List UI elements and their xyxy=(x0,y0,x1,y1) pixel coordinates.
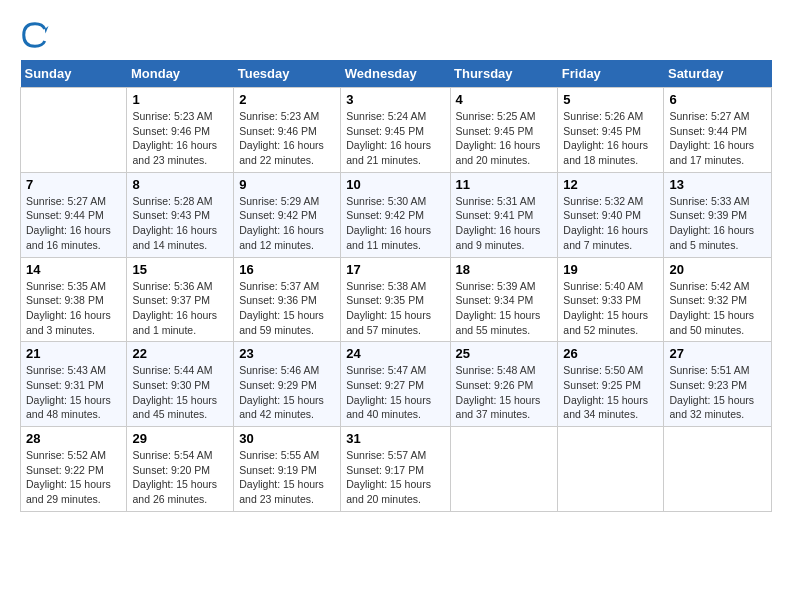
day-info: Sunrise: 5:55 AM Sunset: 9:19 PM Dayligh… xyxy=(239,448,335,507)
day-info: Sunrise: 5:47 AM Sunset: 9:27 PM Dayligh… xyxy=(346,363,444,422)
calendar-cell: 15Sunrise: 5:36 AM Sunset: 9:37 PM Dayli… xyxy=(127,257,234,342)
calendar-week-1: 1Sunrise: 5:23 AM Sunset: 9:46 PM Daylig… xyxy=(21,88,772,173)
day-number: 2 xyxy=(239,92,335,107)
calendar-cell: 4Sunrise: 5:25 AM Sunset: 9:45 PM Daylig… xyxy=(450,88,558,173)
day-info: Sunrise: 5:23 AM Sunset: 9:46 PM Dayligh… xyxy=(239,109,335,168)
weekday-header-sunday: Sunday xyxy=(21,60,127,88)
calendar-cell xyxy=(558,427,664,512)
calendar-table: SundayMondayTuesdayWednesdayThursdayFrid… xyxy=(20,60,772,512)
day-info: Sunrise: 5:54 AM Sunset: 9:20 PM Dayligh… xyxy=(132,448,228,507)
calendar-cell: 3Sunrise: 5:24 AM Sunset: 9:45 PM Daylig… xyxy=(341,88,450,173)
day-number: 14 xyxy=(26,262,121,277)
day-info: Sunrise: 5:42 AM Sunset: 9:32 PM Dayligh… xyxy=(669,279,766,338)
day-info: Sunrise: 5:48 AM Sunset: 9:26 PM Dayligh… xyxy=(456,363,553,422)
day-info: Sunrise: 5:36 AM Sunset: 9:37 PM Dayligh… xyxy=(132,279,228,338)
page-header xyxy=(20,20,772,50)
day-info: Sunrise: 5:35 AM Sunset: 9:38 PM Dayligh… xyxy=(26,279,121,338)
weekday-header-monday: Monday xyxy=(127,60,234,88)
day-info: Sunrise: 5:25 AM Sunset: 9:45 PM Dayligh… xyxy=(456,109,553,168)
day-info: Sunrise: 5:51 AM Sunset: 9:23 PM Dayligh… xyxy=(669,363,766,422)
day-number: 7 xyxy=(26,177,121,192)
calendar-cell: 6Sunrise: 5:27 AM Sunset: 9:44 PM Daylig… xyxy=(664,88,772,173)
calendar-cell: 28Sunrise: 5:52 AM Sunset: 9:22 PM Dayli… xyxy=(21,427,127,512)
day-number: 6 xyxy=(669,92,766,107)
day-info: Sunrise: 5:29 AM Sunset: 9:42 PM Dayligh… xyxy=(239,194,335,253)
calendar-cell: 11Sunrise: 5:31 AM Sunset: 9:41 PM Dayli… xyxy=(450,172,558,257)
day-number: 11 xyxy=(456,177,553,192)
day-number: 12 xyxy=(563,177,658,192)
calendar-cell: 16Sunrise: 5:37 AM Sunset: 9:36 PM Dayli… xyxy=(234,257,341,342)
day-number: 4 xyxy=(456,92,553,107)
day-number: 30 xyxy=(239,431,335,446)
calendar-cell: 14Sunrise: 5:35 AM Sunset: 9:38 PM Dayli… xyxy=(21,257,127,342)
calendar-cell: 13Sunrise: 5:33 AM Sunset: 9:39 PM Dayli… xyxy=(664,172,772,257)
day-number: 13 xyxy=(669,177,766,192)
day-info: Sunrise: 5:40 AM Sunset: 9:33 PM Dayligh… xyxy=(563,279,658,338)
calendar-cell: 31Sunrise: 5:57 AM Sunset: 9:17 PM Dayli… xyxy=(341,427,450,512)
day-number: 21 xyxy=(26,346,121,361)
weekday-header-wednesday: Wednesday xyxy=(341,60,450,88)
logo xyxy=(20,20,52,50)
calendar-cell: 2Sunrise: 5:23 AM Sunset: 9:46 PM Daylig… xyxy=(234,88,341,173)
day-number: 26 xyxy=(563,346,658,361)
calendar-cell xyxy=(450,427,558,512)
day-info: Sunrise: 5:24 AM Sunset: 9:45 PM Dayligh… xyxy=(346,109,444,168)
day-number: 27 xyxy=(669,346,766,361)
day-info: Sunrise: 5:27 AM Sunset: 9:44 PM Dayligh… xyxy=(669,109,766,168)
calendar-week-4: 21Sunrise: 5:43 AM Sunset: 9:31 PM Dayli… xyxy=(21,342,772,427)
calendar-cell: 21Sunrise: 5:43 AM Sunset: 9:31 PM Dayli… xyxy=(21,342,127,427)
calendar-cell: 27Sunrise: 5:51 AM Sunset: 9:23 PM Dayli… xyxy=(664,342,772,427)
calendar-cell xyxy=(21,88,127,173)
day-number: 29 xyxy=(132,431,228,446)
calendar-cell: 9Sunrise: 5:29 AM Sunset: 9:42 PM Daylig… xyxy=(234,172,341,257)
calendar-cell: 1Sunrise: 5:23 AM Sunset: 9:46 PM Daylig… xyxy=(127,88,234,173)
day-number: 20 xyxy=(669,262,766,277)
day-number: 23 xyxy=(239,346,335,361)
calendar-week-5: 28Sunrise: 5:52 AM Sunset: 9:22 PM Dayli… xyxy=(21,427,772,512)
day-info: Sunrise: 5:43 AM Sunset: 9:31 PM Dayligh… xyxy=(26,363,121,422)
calendar-cell: 8Sunrise: 5:28 AM Sunset: 9:43 PM Daylig… xyxy=(127,172,234,257)
calendar-cell: 26Sunrise: 5:50 AM Sunset: 9:25 PM Dayli… xyxy=(558,342,664,427)
day-number: 28 xyxy=(26,431,121,446)
day-info: Sunrise: 5:28 AM Sunset: 9:43 PM Dayligh… xyxy=(132,194,228,253)
day-number: 9 xyxy=(239,177,335,192)
calendar-cell: 10Sunrise: 5:30 AM Sunset: 9:42 PM Dayli… xyxy=(341,172,450,257)
calendar-cell: 7Sunrise: 5:27 AM Sunset: 9:44 PM Daylig… xyxy=(21,172,127,257)
calendar-cell: 24Sunrise: 5:47 AM Sunset: 9:27 PM Dayli… xyxy=(341,342,450,427)
day-info: Sunrise: 5:57 AM Sunset: 9:17 PM Dayligh… xyxy=(346,448,444,507)
day-info: Sunrise: 5:30 AM Sunset: 9:42 PM Dayligh… xyxy=(346,194,444,253)
day-info: Sunrise: 5:44 AM Sunset: 9:30 PM Dayligh… xyxy=(132,363,228,422)
calendar-week-2: 7Sunrise: 5:27 AM Sunset: 9:44 PM Daylig… xyxy=(21,172,772,257)
day-number: 5 xyxy=(563,92,658,107)
calendar-cell: 25Sunrise: 5:48 AM Sunset: 9:26 PM Dayli… xyxy=(450,342,558,427)
calendar-cell: 12Sunrise: 5:32 AM Sunset: 9:40 PM Dayli… xyxy=(558,172,664,257)
day-number: 19 xyxy=(563,262,658,277)
weekday-header-thursday: Thursday xyxy=(450,60,558,88)
day-number: 24 xyxy=(346,346,444,361)
day-number: 17 xyxy=(346,262,444,277)
day-info: Sunrise: 5:39 AM Sunset: 9:34 PM Dayligh… xyxy=(456,279,553,338)
calendar-cell: 19Sunrise: 5:40 AM Sunset: 9:33 PM Dayli… xyxy=(558,257,664,342)
calendar-cell: 23Sunrise: 5:46 AM Sunset: 9:29 PM Dayli… xyxy=(234,342,341,427)
day-number: 8 xyxy=(132,177,228,192)
calendar-cell xyxy=(664,427,772,512)
day-info: Sunrise: 5:37 AM Sunset: 9:36 PM Dayligh… xyxy=(239,279,335,338)
day-info: Sunrise: 5:23 AM Sunset: 9:46 PM Dayligh… xyxy=(132,109,228,168)
day-number: 22 xyxy=(132,346,228,361)
day-number: 16 xyxy=(239,262,335,277)
day-number: 10 xyxy=(346,177,444,192)
calendar-week-3: 14Sunrise: 5:35 AM Sunset: 9:38 PM Dayli… xyxy=(21,257,772,342)
calendar-cell: 20Sunrise: 5:42 AM Sunset: 9:32 PM Dayli… xyxy=(664,257,772,342)
calendar-cell: 22Sunrise: 5:44 AM Sunset: 9:30 PM Dayli… xyxy=(127,342,234,427)
day-info: Sunrise: 5:31 AM Sunset: 9:41 PM Dayligh… xyxy=(456,194,553,253)
day-number: 15 xyxy=(132,262,228,277)
logo-icon xyxy=(20,20,50,50)
day-info: Sunrise: 5:52 AM Sunset: 9:22 PM Dayligh… xyxy=(26,448,121,507)
calendar-cell: 5Sunrise: 5:26 AM Sunset: 9:45 PM Daylig… xyxy=(558,88,664,173)
day-info: Sunrise: 5:26 AM Sunset: 9:45 PM Dayligh… xyxy=(563,109,658,168)
day-number: 3 xyxy=(346,92,444,107)
day-info: Sunrise: 5:33 AM Sunset: 9:39 PM Dayligh… xyxy=(669,194,766,253)
day-info: Sunrise: 5:50 AM Sunset: 9:25 PM Dayligh… xyxy=(563,363,658,422)
calendar-cell: 18Sunrise: 5:39 AM Sunset: 9:34 PM Dayli… xyxy=(450,257,558,342)
weekday-header-saturday: Saturday xyxy=(664,60,772,88)
